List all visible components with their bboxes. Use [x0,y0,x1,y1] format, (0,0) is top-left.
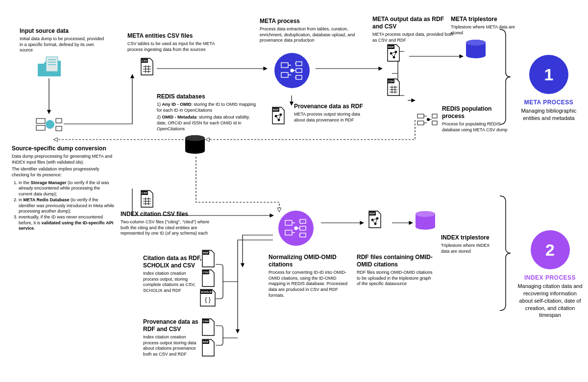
svg-text:RDF: RDF [273,108,279,111]
list-item: in META Redis Database (to verify if the… [19,197,115,215]
svg-rect-57 [300,219,306,223]
csv-file-icon: CSV [140,190,154,208]
svg-rect-18 [281,63,288,68]
meta-entities-csv: META entities CSV files CSV tables to be… [127,32,225,52]
svg-rect-47 [432,121,437,125]
meta-triplestore: META triplestore Triplestore where META … [451,16,524,36]
rdf-file-icon: RDF [386,44,401,62]
list-item: in the Storage Manager (to verify if the… [19,180,115,197]
svg-rect-21 [296,69,302,72]
description: META process output data, provided both … [372,32,456,43]
description: The identifier validation implies progre… [12,167,115,178]
database-icon [414,211,437,230]
database-icon [465,39,487,59]
svg-rect-55 [285,220,292,225]
svg-text:{ }: { } [205,296,210,303]
description: META process output storing data about d… [294,112,365,123]
svg-text:RDF: RDF [203,340,209,343]
meta-process: META process Process data extraction fro… [260,18,368,44]
svg-rect-8 [56,126,62,131]
database-icon [184,135,206,154]
heading: META output data as RDF and CSV [372,16,456,30]
pipeline-icon [35,117,63,133]
provenance-rdf: Provenance data as RDF META process outp… [294,103,365,123]
svg-text:SCHOLIX: SCHOLIX [201,290,212,293]
description: Triplestore where META data are stored [451,24,524,36]
meta-process-icon [274,53,310,88]
heading: REDIS population process [442,105,513,120]
description: Triplestore where INDEX data are stored [441,243,495,254]
badge-label: INDEX PROCESS [517,274,583,281]
description: Data dump preprocessing for generating M… [12,154,115,165]
index-triplestore: INDEX triplestore Triplestore where INDE… [441,234,495,254]
description: 2) OMID - Metadata: storing data about v… [157,115,260,132]
index-process-icon [278,211,314,246]
description: Initial data dump to be processed, provi… [20,36,108,53]
csv-file-icon: CSV [201,318,216,336]
redis-databases: REDIS databases 1) Any ID - OMID: storin… [157,93,260,132]
badge-label: META PROCESS [519,99,578,106]
meta-process-badge: 1 META PROCESS Managing bibliographic en… [519,55,578,122]
svg-text:CSV: CSV [388,80,394,83]
heading: RDF files containing OMID-OMID citations [357,254,435,268]
heading: Source-specific dump conversion [12,145,115,152]
svg-text:CSV: CSV [142,191,147,194]
provenance-output: Provenance data as RDF and CSV Index cit… [143,318,202,358]
redis-population: REDIS population process Process for pop… [442,105,513,133]
svg-rect-7 [56,119,62,123]
svg-point-42 [466,40,486,46]
rdf-file-icon: RDF [271,107,286,124]
description: Index citation creation process output s… [143,334,202,358]
rdf-file-icon: RDF [368,211,382,228]
description: Process data extraction from tables, cur… [260,26,368,44]
description: Process for converting ID-ID into OMID-O… [269,270,352,298]
svg-rect-5 [36,125,45,130]
meta-output: META output data as RDF and CSV META pro… [372,16,456,43]
heading: Provenance data as RDF [294,103,365,110]
svg-text:RDF: RDF [203,251,209,254]
svg-text:RDF: RDF [388,46,394,48]
heading: Provenance data as RDF and CSV [143,318,202,333]
svg-rect-56 [285,230,292,235]
index-process-badge: 2 INDEX PROCESS Managing citation data a… [517,230,583,319]
pipeline-icon [416,113,438,127]
svg-rect-4 [36,119,45,123]
svg-rect-20 [296,62,302,66]
svg-text:CSV: CSV [142,59,147,62]
svg-point-45 [427,118,430,121]
csv-file-icon: CSV [140,58,154,75]
svg-rect-46 [432,114,437,118]
heading: REDIS databases [157,93,260,100]
heading: Input source data [20,27,108,35]
badge-number: 1 [529,55,568,94]
description: Index citation creation process output, … [143,271,202,294]
svg-text:CSV: CSV [203,320,209,323]
source-conversion: Source-specific dump conversion Data dum… [12,145,115,232]
description: Two-column CSV files ("citing", "cited")… [121,219,214,237]
description: Process for populating REDIS database us… [442,121,513,133]
csv-file-icon: CSV [201,269,216,287]
svg-point-17 [185,135,205,141]
svg-rect-19 [281,72,288,77]
description: 1) Any ID - OMID: storing the ID to OMID… [157,102,260,113]
svg-rect-58 [300,226,306,230]
index-csv: INDEX citation CSV files Two-column CSV … [121,211,214,237]
svg-point-6 [46,120,54,129]
badge-sub: Managing citation data and recovering in… [517,283,583,319]
rdf-file-icon: RDF [201,250,216,267]
svg-rect-22 [296,75,302,79]
rdf-file-icon: RDF [201,339,216,357]
heading: META triplestore [451,16,524,23]
heading: Normalizing OMID-OMID citations [269,254,352,268]
csv-file-icon: CSV [386,78,401,96]
svg-text:RDF: RDF [369,212,376,215]
description: RDF files storing OMID-OMID citations to… [357,270,435,287]
citation-data-output: Citation data as RDF, SCHOLIX and CSV In… [143,255,202,294]
heading: INDEX triplestore [441,234,495,241]
scholix-file-icon: SCHOLIX{ } [199,289,217,307]
description: CSV tables to be used as input for the M… [127,41,225,52]
heading: Citation data as RDF, SCHOLIX and CSV [143,255,202,269]
normalizing: Normalizing OMID-OMID citations Process … [269,254,352,298]
folder-file-icon [35,54,65,79]
svg-rect-59 [300,233,306,237]
